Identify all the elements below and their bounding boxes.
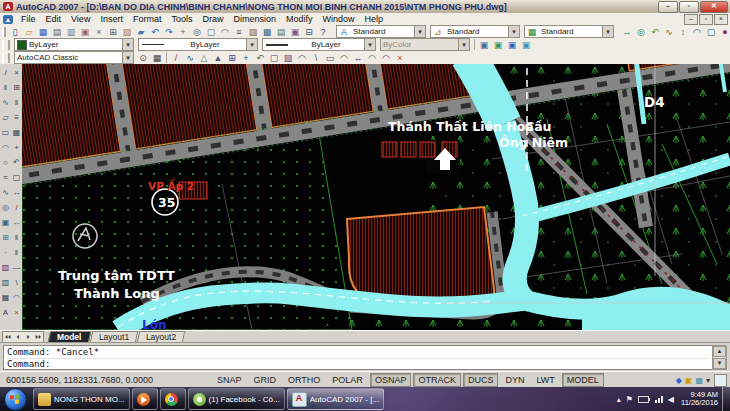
tray-expand-icon[interactable]: ▴ — [617, 395, 621, 404]
join-icon[interactable]: — — [11, 260, 22, 275]
zoom-previous-icon[interactable]: ◠ — [218, 26, 232, 38]
drawing-canvas[interactable]: Thánh Thất Liên Hoa Cầu Ông Niêm D4 VP Ấ… — [22, 64, 730, 330]
erase-icon[interactable]: × — [11, 65, 22, 80]
menu-edit[interactable]: Edit — [41, 14, 67, 24]
ellipse-icon[interactable]: ◎ — [0, 200, 11, 215]
tool-palettes-icon[interactable]: ▩ — [260, 26, 274, 38]
pan-icon[interactable]: + — [176, 26, 190, 38]
tab-nav-0[interactable]: ⏴⏴ — [3, 332, 13, 342]
help-icon[interactable]: ? — [316, 26, 330, 38]
array-icon[interactable]: ▦ — [11, 125, 22, 140]
stretch-icon[interactable]: ↔ — [11, 185, 22, 200]
send-to-back-icon[interactable]: ▣ — [491, 39, 505, 51]
copy-icon[interactable]: ⊞ — [106, 26, 120, 38]
child-close-button[interactable]: × — [714, 14, 728, 25]
render-icon[interactable]: ● — [718, 26, 730, 38]
status-toggle-ortho[interactable]: ORTHO — [283, 373, 325, 387]
3d-swivel-icon[interactable]: ↶ — [648, 26, 662, 38]
3d-zoom-icon[interactable]: ◠ — [690, 26, 704, 38]
corner-join2-icon[interactable]: ◠ — [379, 52, 393, 64]
construction-line-icon[interactable]: ‖ — [0, 80, 11, 95]
scroll-up-icon[interactable]: ▲ — [713, 346, 726, 357]
tray-menu-arrow-icon[interactable]: ▾ — [706, 376, 710, 385]
coordinate-readout[interactable]: 600156.5609, 1182331.7680, 0.0000 — [0, 375, 211, 385]
polyline-icon[interactable]: ∿ — [0, 95, 11, 110]
arc-seg-icon[interactable]: ◠ — [337, 52, 351, 64]
assoc-sheet-icon[interactable]: ▦ — [695, 376, 703, 385]
combo-arrow-icon[interactable]: ▾ — [364, 39, 375, 50]
battery-icon[interactable] — [638, 396, 649, 403]
start-button[interactable] — [4, 388, 27, 411]
send-under-icon[interactable]: ▣ — [519, 39, 533, 51]
combo-arrow-icon[interactable]: ▾ — [414, 26, 425, 37]
3d-distance-icon[interactable]: ↕ — [676, 26, 690, 38]
table-style-combo[interactable]: ▦ Standard▾ — [524, 25, 614, 38]
status-toggle-snap[interactable]: SNAP — [212, 373, 247, 387]
table-icon[interactable]: ▦ — [0, 290, 11, 305]
autocad-window[interactable]: AutoCAD 2007 - [... — [287, 388, 384, 410]
linetype-control-combo[interactable]: ByLayer▾ — [138, 38, 258, 51]
tab-nav-2[interactable]: ⏵ — [23, 332, 33, 342]
taskbar-clock[interactable]: 9:49 AM 11/26/2016 — [681, 391, 718, 407]
text-style-combo[interactable]: A Standard▾ — [336, 25, 426, 38]
polyline2-icon[interactable]: ∿ — [183, 52, 197, 64]
break-at-point-icon[interactable]: ‖ — [11, 230, 22, 245]
fillet-icon[interactable]: ◠ — [11, 290, 22, 305]
menu-tools[interactable]: Tools — [166, 14, 197, 24]
new-file-icon[interactable]: ▯ — [8, 26, 22, 38]
point-icon[interactable]: · — [0, 245, 11, 260]
redo-icon[interactable]: ↷ — [162, 26, 176, 38]
action-center-flag-icon[interactable]: ⚑ — [626, 395, 633, 404]
network-icon[interactable] — [654, 396, 663, 403]
cut-icon[interactable]: × — [92, 26, 106, 38]
menu-help[interactable]: Help — [360, 14, 389, 24]
arc-icon[interactable]: ◠ — [0, 140, 11, 155]
box-icon[interactable]: ▢ — [267, 52, 281, 64]
combo-arrow-icon[interactable]: ▾ — [508, 26, 519, 37]
chamfer-icon[interactable]: \ — [11, 275, 22, 290]
move-cross-icon[interactable]: + — [239, 52, 253, 64]
circle-icon[interactable]: ○ — [0, 155, 11, 170]
lineweight-control-combo[interactable]: ByLayer▾ — [262, 38, 376, 51]
rotate-arc-icon[interactable]: ↶ — [253, 52, 267, 64]
color-control-combo[interactable]: ByLayer▾ — [14, 38, 134, 51]
paste-icon[interactable]: ▨ — [120, 26, 134, 38]
properties-icon[interactable]: ≡ — [232, 26, 246, 38]
menu-dimension[interactable]: Dimension — [228, 14, 281, 24]
insert-block-icon[interactable]: ▣ — [0, 215, 11, 230]
toolbar-lock-tray-icon[interactable]: ▣ — [685, 376, 693, 385]
mtext-icon[interactable]: A — [0, 305, 11, 320]
workspace-combo[interactable]: AutoCAD Classic▾ — [14, 51, 134, 64]
scale-icon[interactable]: ▢ — [11, 170, 22, 185]
offset-icon[interactable]: ≡ — [11, 110, 22, 125]
status-toggle-lwt[interactable]: LWT — [531, 373, 559, 387]
camera-icon[interactable]: ▢ — [704, 26, 718, 38]
clean-screen-button[interactable] — [714, 374, 727, 387]
combo-arrow-icon[interactable]: ▾ — [122, 52, 133, 63]
toolbar-lock-icon[interactable]: ▦ — [150, 52, 164, 64]
status-toggle-dyn[interactable]: DYN — [500, 373, 529, 387]
rotate-icon[interactable]: ↶ — [11, 155, 22, 170]
combo-arrow-icon[interactable]: ▾ — [246, 39, 257, 50]
explode-obj-icon[interactable]: × — [11, 305, 22, 320]
3d-walk-icon[interactable]: ∿ — [662, 26, 676, 38]
pyramid-icon[interactable]: ▲ — [211, 52, 225, 64]
coccoc-facebook-window[interactable]: (1) Facebook - Cô... — [188, 388, 285, 410]
chrome-button[interactable] — [160, 388, 186, 410]
trim-icon[interactable]: / — [11, 200, 22, 215]
command-scrollbar[interactable]: ▲ ▼ — [712, 345, 727, 370]
move-icon[interactable]: + — [11, 140, 22, 155]
menu-insert[interactable]: Insert — [95, 14, 128, 24]
rect2-icon[interactable]: ▭ — [323, 52, 337, 64]
spline-icon[interactable]: ∿ — [0, 185, 11, 200]
3d-orbit-icon[interactable]: ◎ — [634, 26, 648, 38]
explode-icon[interactable]: × — [393, 52, 407, 64]
bring-to-front-icon[interactable]: ▣ — [477, 39, 491, 51]
menu-view[interactable]: View — [66, 14, 95, 24]
tab-nav-1[interactable]: ⏴ — [13, 332, 23, 342]
toolbar-grip[interactable] — [2, 27, 6, 37]
workspace-settings-icon[interactable]: ⊙ — [136, 52, 150, 64]
volume-icon[interactable]: ◀ — [668, 395, 674, 404]
status-toggle-osnap[interactable]: OSNAP — [370, 373, 412, 387]
sheetset-manager-icon[interactable]: ▤ — [274, 26, 288, 38]
